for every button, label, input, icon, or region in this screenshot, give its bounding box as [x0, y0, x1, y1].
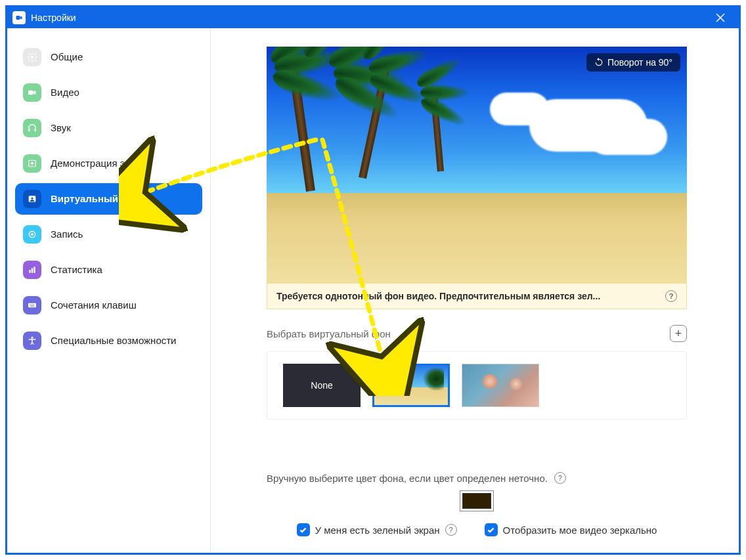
manual-color-label: Вручную выберите цвет фона, если цвет оп… [267, 473, 548, 484]
warning-text: Требуется однотонный фон видео. Предпочт… [276, 291, 600, 301]
share-screen-icon [23, 154, 41, 173]
sidebar-item-label: Общие [51, 51, 83, 64]
svg-rect-11 [32, 268, 33, 272]
rotate-label: Поворот на 90° [607, 57, 672, 68]
svg-rect-10 [29, 270, 30, 273]
titlebar: Настройки [7, 7, 739, 28]
keyboard-icon [23, 296, 41, 314]
sidebar-item-general[interactable]: Общие [15, 41, 202, 73]
sidebar-item-virtual-background[interactable]: Виртуальный фон [15, 183, 202, 215]
svg-rect-17 [33, 305, 34, 305]
sidebar-item-video[interactable]: Видео [15, 77, 202, 108]
svg-rect-2 [28, 91, 33, 95]
rotate-button[interactable]: Поворот на 90° [586, 53, 680, 72]
svg-rect-15 [31, 305, 32, 305]
svg-rect-13 [28, 303, 36, 308]
gear-icon [23, 48, 41, 66]
help-icon[interactable]: ? [445, 524, 457, 536]
accessibility-icon [23, 332, 41, 350]
sidebar-item-label: Видео [51, 86, 79, 99]
svg-point-7 [32, 198, 33, 200]
sidebar-item-keyboard[interactable]: Сочетания клавиш [15, 290, 202, 321]
rotate-icon [594, 58, 603, 67]
svg-rect-12 [33, 267, 35, 272]
mirror-checkbox[interactable] [485, 523, 498, 536]
sidebar-item-label: Сочетания клавиш [51, 299, 137, 312]
help-icon[interactable]: ? [665, 290, 677, 302]
close-button[interactable] [707, 7, 734, 28]
sidebar-item-label: Виртуальный фон [51, 192, 141, 205]
app-icon [12, 11, 26, 24]
sidebar-item-stats[interactable]: Статистика [15, 254, 202, 286]
green-screen-checkbox[interactable] [297, 523, 310, 536]
add-background-button[interactable]: + [670, 325, 687, 342]
svg-rect-14 [30, 305, 30, 305]
background-thumb-beach[interactable] [372, 364, 450, 407]
background-icon [23, 190, 41, 208]
main-content: Поворот на 90° Требуется однотонный фон … [211, 28, 739, 553]
sidebar-item-label: Звук [51, 121, 71, 135]
svg-rect-4 [34, 129, 36, 131]
background-thumb-flowers[interactable] [462, 364, 539, 407]
background-thumbnails: None [267, 351, 687, 420]
help-icon[interactable]: ? [554, 472, 566, 484]
sidebar: Общие Видео Звук Демонстрация экрана [7, 28, 211, 553]
choose-background-label: Выбрать виртуальный фон [267, 328, 391, 339]
svg-rect-18 [30, 306, 33, 307]
sidebar-item-label: Запись [51, 228, 83, 241]
svg-rect-16 [32, 305, 33, 305]
background-thumb-none[interactable]: None [283, 364, 361, 407]
stats-icon [23, 261, 41, 279]
color-picker-chip[interactable] [462, 493, 491, 509]
svg-point-1 [31, 56, 33, 58]
sidebar-item-label: Демонстрация экрана [51, 157, 151, 170]
sidebar-item-record[interactable]: Запись [15, 219, 202, 250]
sidebar-item-label: Статистика [51, 263, 102, 276]
green-screen-label: У меня есть зеленый экран [315, 525, 440, 536]
svg-rect-3 [28, 129, 30, 131]
headphones-icon [23, 119, 41, 137]
svg-point-9 [31, 233, 33, 236]
svg-point-19 [32, 337, 33, 339]
mirror-label: Отобразить мое видео зеркально [503, 525, 657, 536]
video-icon [23, 83, 41, 102]
sidebar-item-accessibility[interactable]: Специальные возможности [15, 325, 202, 356]
settings-window: Настройки Общие Видео З [5, 5, 741, 555]
video-preview: Поворот на 90° [267, 47, 687, 283]
warning-banner: Требуется однотонный фон видео. Предпочт… [267, 283, 687, 309]
sidebar-item-share[interactable]: Демонстрация экрана [15, 148, 202, 179]
sidebar-item-audio[interactable]: Звук [15, 112, 202, 144]
none-label: None [311, 380, 332, 391]
sidebar-item-label: Специальные возможности [51, 334, 177, 347]
record-icon [23, 225, 41, 244]
svg-rect-0 [16, 16, 20, 20]
window-title: Настройки [31, 12, 707, 23]
